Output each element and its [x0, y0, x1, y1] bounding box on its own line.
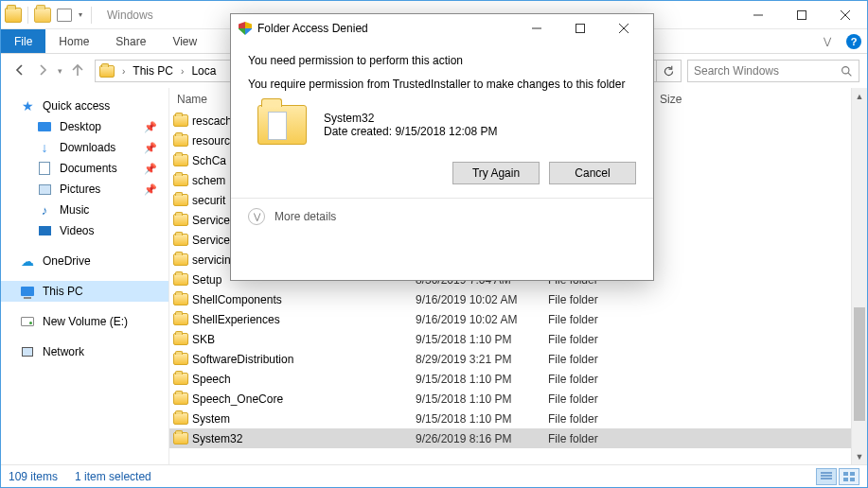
dialog-maximize-button[interactable]: [558, 14, 602, 43]
table-row[interactable]: SoftwareDistribution8/29/2019 3:21 PMFil…: [169, 349, 851, 369]
maximize-button[interactable]: [780, 1, 824, 29]
shield-icon: [239, 22, 252, 35]
chevron-right-icon[interactable]: ›: [177, 66, 187, 77]
sidebar-label: New Volume (E:): [43, 315, 128, 328]
table-row[interactable]: System329/26/2019 8:16 PMFile folder: [169, 428, 851, 448]
file-type: File folder: [548, 313, 652, 326]
scrollbar[interactable]: ▲ ▼: [851, 88, 867, 464]
folder-icon: [169, 412, 192, 425]
file-type: File folder: [548, 333, 652, 346]
close-button[interactable]: [824, 1, 867, 29]
sidebar-item-downloads[interactable]: ↓Downloads📌: [1, 137, 168, 158]
tab-file[interactable]: File: [1, 29, 45, 53]
view-buttons: [816, 468, 859, 485]
tab-home[interactable]: Home: [45, 29, 102, 53]
window-controls: [736, 1, 867, 29]
sidebar-item-videos[interactable]: Videos: [1, 220, 168, 241]
sidebar-item-pictures[interactable]: Pictures📌: [1, 179, 168, 200]
sidebar-item-desktop[interactable]: Desktop📌: [1, 116, 168, 137]
svg-rect-15: [576, 25, 585, 33]
folder-icon: [169, 333, 192, 345]
icons-view-button[interactable]: [839, 468, 859, 485]
sidebar-item-this-pc[interactable]: This PC: [1, 281, 168, 302]
table-row[interactable]: ShellExperiences9/16/2019 10:02 AMFile f…: [169, 309, 851, 329]
breadcrumb[interactable]: Loca: [187, 64, 220, 78]
separator: [91, 7, 92, 24]
column-size[interactable]: Size: [652, 93, 709, 106]
file-name: ShellComponents: [192, 293, 416, 306]
svg-line-6: [848, 73, 851, 76]
nav-arrows: ▾: [9, 62, 89, 80]
sidebar-label: Quick access: [43, 99, 110, 113]
up-button[interactable]: [70, 62, 85, 80]
folder-icon: [96, 65, 118, 78]
chevron-down-icon: ⋁: [248, 208, 265, 225]
file-type: File folder: [548, 412, 652, 426]
scroll-thumb[interactable]: [854, 307, 865, 421]
dialog-minimize-button[interactable]: [515, 14, 558, 43]
more-details-row[interactable]: ⋁ More details: [231, 198, 653, 235]
sidebar-item-network[interactable]: Network: [1, 341, 168, 362]
chevron-right-icon[interactable]: ›: [118, 66, 129, 77]
sidebar-item-new-volume[interactable]: New Volume (E:): [1, 311, 168, 332]
more-details-label: More details: [275, 210, 336, 223]
sidebar-item-music[interactable]: ♪Music: [1, 200, 168, 220]
minimize-button[interactable]: [736, 1, 780, 29]
dialog-item-info: System32 Date created: 9/15/2018 12:08 P…: [324, 112, 497, 138]
scroll-up-button[interactable]: ▲: [852, 88, 867, 104]
folder-icon: [169, 114, 192, 127]
sidebar-item-onedrive[interactable]: ☁OneDrive: [1, 251, 168, 271]
table-row[interactable]: SKB9/15/2018 1:10 PMFile folder: [169, 329, 851, 349]
star-icon: ★: [20, 98, 35, 113]
folder-access-denied-dialog: Folder Access Denied You need permission…: [230, 13, 654, 281]
dialog-close-button[interactable]: [602, 14, 646, 43]
file-type: File folder: [548, 432, 652, 445]
sidebar-item-quick-access[interactable]: ★Quick access: [1, 96, 168, 116]
folder-icon: [169, 234, 192, 246]
sidebar-item-documents[interactable]: Documents📌: [1, 158, 168, 179]
table-row[interactable]: Speech_OneCore9/15/2018 1:10 PMFile fold…: [169, 389, 851, 409]
file-name: SKB: [192, 333, 416, 346]
search-input[interactable]: Search Windows: [687, 60, 859, 82]
search-placeholder: Search Windows: [694, 64, 841, 78]
pc-icon: [20, 284, 35, 299]
table-row[interactable]: System9/15/2018 1:10 PMFile folder: [169, 409, 851, 428]
expand-ribbon-button[interactable]: ⋁: [814, 29, 841, 53]
pin-icon: 📌: [144, 142, 157, 154]
help-button[interactable]: ?: [841, 29, 867, 53]
file-date: 9/16/2019 10:02 AM: [416, 313, 548, 326]
refresh-button[interactable]: [656, 61, 681, 81]
file-type: File folder: [548, 353, 652, 366]
try-again-button[interactable]: Try Again: [452, 162, 540, 184]
file-name: Speech_OneCore: [192, 392, 416, 406]
quick-access-toolbar: ▾: [1, 7, 101, 24]
properties-icon[interactable]: [34, 8, 51, 23]
folder-icon: [169, 154, 192, 166]
folder-icon: [169, 174, 192, 186]
dialog-body: You need permission to perform this acti…: [231, 43, 653, 235]
new-folder-icon[interactable]: [57, 9, 72, 22]
history-dropdown-icon[interactable]: ▾: [58, 66, 62, 76]
tab-view[interactable]: View: [159, 29, 210, 53]
qat-dropdown-icon[interactable]: ▾: [76, 10, 85, 20]
svg-rect-13: [850, 478, 855, 481]
table-row[interactable]: ShellComponents9/16/2019 10:02 AMFile fo…: [169, 289, 851, 309]
file-name: SoftwareDistribution: [192, 353, 416, 366]
forward-button[interactable]: [35, 62, 50, 80]
breadcrumb[interactable]: This PC: [129, 64, 177, 78]
sidebar-label: Network: [43, 345, 84, 358]
tab-share[interactable]: Share: [102, 29, 159, 53]
svg-rect-12: [843, 478, 848, 481]
sidebar-label: Music: [60, 203, 89, 217]
back-button[interactable]: [12, 62, 27, 80]
folder-icon: [169, 273, 192, 286]
file-type: File folder: [548, 392, 652, 406]
music-icon: ♪: [37, 202, 52, 218]
cancel-button[interactable]: Cancel: [549, 162, 636, 184]
scroll-down-button[interactable]: ▼: [852, 448, 867, 464]
table-row[interactable]: Speech9/15/2018 1:10 PMFile folder: [169, 369, 851, 389]
dialog-item-name: System32: [324, 112, 497, 125]
desktop-icon: [37, 119, 52, 134]
details-view-button[interactable]: [816, 468, 837, 485]
folder-icon: [5, 8, 22, 23]
